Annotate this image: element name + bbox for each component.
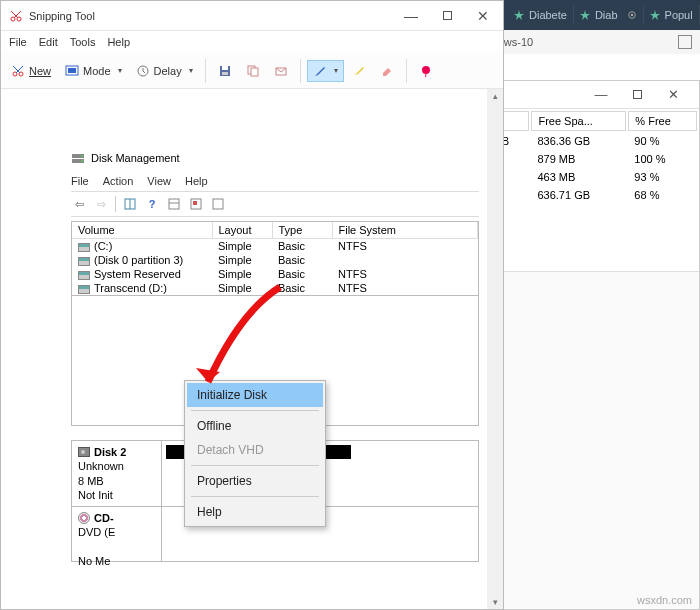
capture-area: Disk Management File Action View Help ⇦ … [1, 89, 503, 609]
browser-tab[interactable]: Diab [574, 5, 644, 25]
col-header[interactable]: % Free [628, 111, 697, 131]
bg-window-titlebar: — ✕ [476, 81, 699, 109]
delay-dropdown[interactable]: Delay [130, 60, 199, 82]
tab-label: Popul [665, 9, 693, 21]
ctx-help[interactable]: Help [187, 500, 323, 524]
table-row[interactable]: 5 GB836.36 GB90 % [478, 133, 697, 149]
layout-icon[interactable] [678, 35, 692, 49]
save-icon [218, 64, 232, 78]
dm-menu-action[interactable]: Action [103, 175, 134, 187]
svg-rect-19 [251, 68, 258, 76]
scissors-icon [9, 9, 23, 23]
balloon-icon [419, 64, 433, 78]
toolbar: New Mode Delay [1, 53, 503, 89]
menu-tools[interactable]: Tools [70, 36, 96, 48]
highlighter-icon [352, 64, 366, 78]
volume-row[interactable]: (C:)SimpleBasicNTFS [72, 239, 478, 254]
paint3d-button[interactable] [413, 60, 439, 82]
menu-edit[interactable]: Edit [39, 36, 58, 48]
svg-point-24 [81, 155, 83, 157]
pen-tool-button[interactable] [307, 60, 344, 82]
disk-label: CD- DVD (E No Me [72, 507, 162, 561]
col-fs[interactable]: File System [332, 222, 478, 239]
ctx-initialize-disk[interactable]: Initialize Disk [187, 383, 323, 407]
disk-icon [78, 447, 90, 457]
close-button[interactable]: ✕ [465, 2, 501, 30]
table-row[interactable]: B879 MB100 % [478, 151, 697, 167]
tab-label: Diab [595, 9, 618, 21]
minimize-button[interactable]: — [587, 85, 615, 105]
view1-button[interactable] [166, 196, 182, 212]
svg-point-25 [81, 160, 83, 162]
context-menu: Initialize Disk Offline Detach VHD Prope… [184, 380, 326, 527]
table-row[interactable]: GB636.71 GB68 % [478, 187, 697, 203]
close-button[interactable]: ✕ [659, 85, 687, 105]
dm-title-text: Disk Management [91, 152, 180, 164]
forward-button[interactable]: ⇨ [93, 196, 109, 212]
dm-menu-view[interactable]: View [147, 175, 171, 187]
titlebar: Snipping Tool — ✕ [1, 1, 503, 31]
back-button[interactable]: ⇦ [71, 196, 87, 212]
highlighter-button[interactable] [346, 60, 372, 82]
clock-icon [136, 64, 150, 78]
minimize-button[interactable]: — [393, 2, 429, 30]
ctx-offline[interactable]: Offline [187, 414, 323, 438]
maximize-button[interactable] [429, 2, 465, 30]
ctx-properties[interactable]: Properties [187, 469, 323, 493]
col-type[interactable]: Type [272, 222, 332, 239]
view2-button[interactable] [188, 196, 204, 212]
eraser-button[interactable] [374, 60, 400, 82]
refresh-button[interactable] [122, 196, 138, 212]
svg-point-21 [422, 66, 430, 74]
svg-rect-28 [169, 199, 179, 209]
send-button[interactable] [268, 60, 294, 82]
dm-menu-file[interactable]: File [71, 175, 89, 187]
browser-tab[interactable]: Popul [644, 5, 700, 25]
svg-rect-11 [68, 68, 76, 73]
copy-icon [246, 64, 260, 78]
menubar: File Edit Tools Help [1, 31, 503, 53]
volume-row[interactable]: (Disk 0 partition 3)SimpleBasic [72, 253, 478, 267]
mail-icon [274, 64, 288, 78]
pen-icon [313, 64, 327, 78]
disk-label: Disk 2 Unknown 8 MB Not Init [72, 441, 162, 506]
svg-rect-32 [213, 199, 223, 209]
mode-label: Mode [83, 65, 111, 77]
volume-row[interactable]: System ReservedSimpleBasicNTFS [72, 267, 478, 281]
svg-rect-31 [193, 201, 197, 205]
copy-button[interactable] [240, 60, 266, 82]
col-header[interactable]: Free Spa... [531, 111, 626, 131]
vertical-scrollbar[interactable] [487, 89, 503, 609]
dm-menubar: File Action View Help [71, 171, 479, 191]
menu-help[interactable]: Help [107, 36, 130, 48]
dm-menu-help[interactable]: Help [185, 175, 208, 187]
menu-file[interactable]: File [9, 36, 27, 48]
bg-header: indows-10 [475, 30, 700, 54]
col-layout[interactable]: Layout [212, 222, 272, 239]
svg-rect-16 [222, 66, 228, 70]
delay-label: Delay [154, 65, 182, 77]
col-volume[interactable]: Volume [72, 222, 212, 239]
new-snip-button[interactable]: New [5, 60, 57, 82]
help-button[interactable]: ? [144, 196, 160, 212]
tab-label: Diabete [529, 9, 567, 21]
svg-rect-17 [222, 72, 228, 75]
drive-icon [78, 243, 90, 252]
disk-mgmt-icon [71, 151, 85, 165]
save-button[interactable] [212, 60, 238, 82]
table-row[interactable]: B463 MB93 % [478, 169, 697, 185]
watermark: wsxdn.com [637, 594, 692, 606]
drive-icon [78, 285, 90, 294]
ctx-detach-vhd[interactable]: Detach VHD [187, 438, 323, 462]
mode-dropdown[interactable]: Mode [59, 60, 128, 82]
volume-row[interactable]: Transcend (D:)SimpleBasicNTFS [72, 281, 478, 295]
view3-button[interactable] [210, 196, 226, 212]
cd-icon [78, 512, 90, 524]
svg-point-1 [630, 14, 633, 17]
window-title: Snipping Tool [29, 10, 95, 22]
dm-title: Disk Management [71, 149, 479, 171]
browser-tab[interactable]: Diabete [508, 5, 574, 25]
maximize-button[interactable] [623, 85, 651, 105]
scissors-icon [11, 64, 25, 78]
dm-toolbar: ⇦ ⇨ ? [71, 191, 479, 217]
